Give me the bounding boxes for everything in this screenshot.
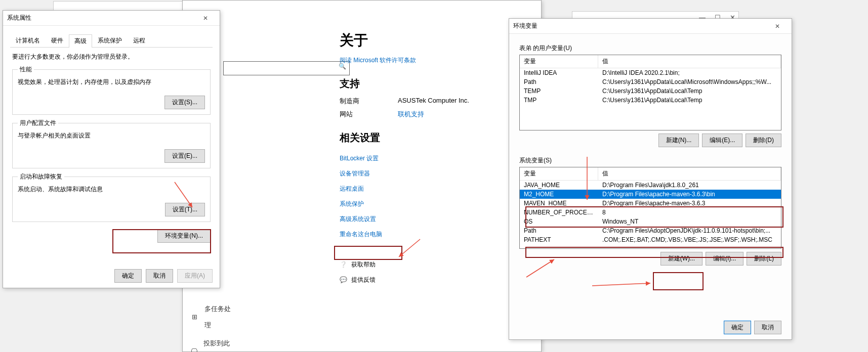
startup-settings-button[interactable]: 设置(T)... — [165, 203, 205, 216]
apply-button: 应用(A) — [177, 269, 213, 283]
env-cancel-button[interactable]: 取消 — [754, 321, 781, 334]
env-vars-dialog: 环境变量 ✕ 表弟 的用户变量(U) 变量值 IntelliJ IDEAD:\I… — [509, 18, 792, 340]
table-row[interactable]: OSWindows_NT — [520, 217, 781, 226]
sidebar-project[interactable]: 🖵投影到此电脑 — [188, 334, 238, 352]
user-del-button[interactable]: 删除(D) — [746, 134, 781, 147]
maker-value: ASUSTek Computer Inc. — [398, 97, 469, 106]
sys-new-button[interactable]: 新建(W)... — [660, 252, 702, 266]
startup-desc: 系统启动、系统故障和调试信息 — [18, 185, 205, 194]
col-var[interactable]: 变量 — [520, 167, 598, 180]
sysprops-title: 系统属性 — [7, 14, 31, 22]
user-edit-button[interactable]: 编辑(E)... — [702, 134, 742, 147]
sys-vars-label: 系统变量(S) — [519, 156, 781, 165]
profiles-desc: 与登录帐户相关的桌面设置 — [18, 131, 205, 140]
sys-del-button[interactable]: 删除(L) — [747, 252, 781, 266]
cancel-button[interactable]: 取消 — [146, 269, 173, 283]
settings-about-window: 🔍 操作 手 睡眠 ⊞多任务处理 🖵投影到此电脑 关于 阅读 Microsoft… — [182, 0, 542, 352]
license-link[interactable]: 阅读 Microsoft 软件许可条款 — [340, 56, 531, 65]
search-input[interactable] — [227, 63, 338, 70]
table-row[interactable]: PATHEXT.COM;.EXE;.BAT;.CMD;.VBS;.VBE;.JS… — [520, 235, 781, 244]
feedback-link[interactable]: 💬提供反馈 — [340, 272, 531, 287]
link-rename[interactable]: 重命名这台电脑 — [340, 227, 531, 242]
col-val[interactable]: 值 — [598, 55, 781, 68]
col-var[interactable]: 变量 — [520, 55, 598, 68]
perf-settings-button[interactable]: 设置(S)... — [164, 96, 205, 109]
related-heading: 相关设置 — [340, 131, 531, 145]
col-val[interactable]: 值 — [598, 167, 781, 180]
system-properties-dialog: 系统属性 ✕ 计算机名硬件高级系统保护远程 要进行大多数更改，你必须作为管理员登… — [3, 10, 220, 288]
user-new-button[interactable]: 新建(N)... — [658, 134, 699, 147]
close-icon[interactable]: ✕ — [767, 20, 788, 32]
perf-desc: 视觉效果，处理器计划，内存使用，以及虚拟内存 — [18, 78, 205, 86]
tab-系统保护[interactable]: 系统保护 — [92, 34, 128, 47]
tab-计算机名[interactable]: 计算机名 — [10, 34, 46, 47]
env-vars-button[interactable]: 环境变量(N)... — [157, 229, 211, 243]
tab-硬件[interactable]: 硬件 — [46, 34, 69, 47]
sidebar-multitask[interactable]: ⊞多任务处理 — [188, 300, 238, 334]
table-row[interactable]: IntelliJ IDEAD:\IntelliJ IDEA 2020.2.1\b… — [520, 68, 781, 77]
site-label: 网站 — [340, 110, 398, 119]
table-row[interactable]: TEMPC:\Users\y1361\AppData\Local\Temp — [520, 86, 781, 96]
feedback-icon: 💬 — [340, 276, 347, 283]
perf-legend: 性能 — [18, 65, 34, 74]
admin-note: 要进行大多数更改，你必须作为管理员登录。 — [12, 53, 211, 61]
link-bitlocker[interactable]: BitLocker 设置 — [340, 151, 531, 166]
site-link[interactable]: 联机支持 — [398, 110, 424, 119]
link-remotedesktop[interactable]: 远程桌面 — [340, 181, 531, 196]
profiles-settings-button[interactable]: 设置(E)... — [164, 149, 205, 163]
link-sysprotect[interactable]: 系统保护 — [340, 196, 531, 211]
profiles-legend: 用户配置文件 — [18, 119, 58, 127]
env-title: 环境变量 — [513, 22, 538, 30]
multitask-icon: ⊞ — [191, 309, 198, 325]
settings-search[interactable]: 🔍 — [223, 61, 350, 75]
sysprops-tabs: 计算机名硬件高级系统保护远程 — [10, 34, 213, 48]
table-row[interactable]: TMPC:\Users\y1361\AppData\Local\Temp — [520, 96, 781, 105]
table-row[interactable]: M2_HOMED:\Program Files\apache-maven-3.6… — [520, 190, 781, 199]
support-heading: 支持 — [340, 77, 531, 91]
startup-legend: 启动和故障恢复 — [18, 172, 64, 181]
table-row[interactable]: JAVA_HOMED:\Program Files\Java\jdk1.8.0_… — [520, 181, 781, 190]
sys-edit-button[interactable]: 编辑(I)... — [706, 252, 743, 266]
help-link[interactable]: ❔获取帮助 — [340, 257, 531, 272]
ok-button[interactable]: 确定 — [114, 269, 142, 283]
about-heading: 关于 — [340, 31, 531, 50]
tab-远程[interactable]: 远程 — [128, 34, 151, 47]
env-ok-button[interactable]: 确定 — [724, 321, 751, 334]
link-advsys[interactable]: 高级系统设置 — [340, 211, 531, 227]
table-row[interactable]: MAVEN_HOMED:\Program Files\apache-maven-… — [520, 199, 781, 208]
help-icon: ❔ — [340, 261, 347, 268]
close-icon[interactable]: ✕ — [195, 12, 216, 24]
tab-高级[interactable]: 高级 — [69, 34, 92, 48]
user-vars-label: 表弟 的用户变量(U) — [519, 44, 781, 53]
project-icon: 🖵 — [191, 343, 197, 352]
link-devicemgr[interactable]: 设备管理器 — [340, 166, 531, 181]
table-row[interactable]: PathC:\Users\y1361\AppData\Local\Microso… — [520, 77, 781, 86]
table-row[interactable]: PathC:\Program Files\AdoptOpenJDK\jdk-11… — [520, 226, 781, 235]
maker-label: 制造商 — [340, 97, 398, 106]
table-row[interactable]: NUMBER_OF_PROCESSORS8 — [520, 208, 781, 217]
